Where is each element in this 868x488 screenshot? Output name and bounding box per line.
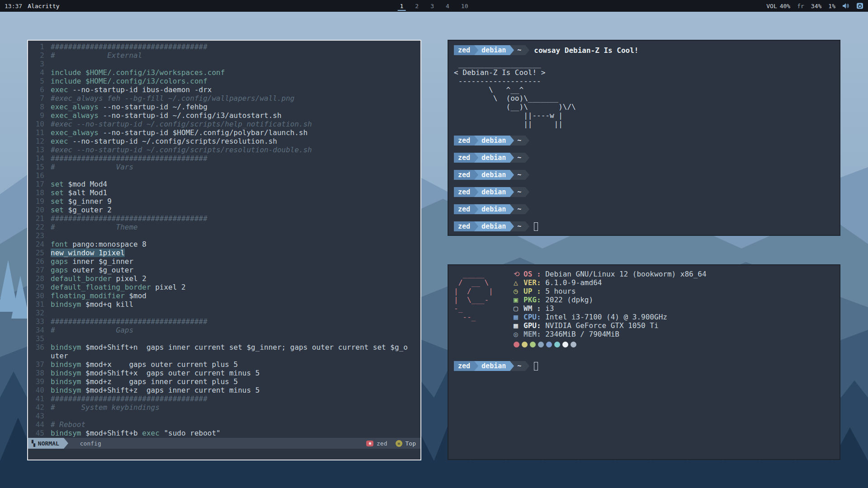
memory-icon: ◎ [514, 330, 524, 338]
powerline-arrow-icon [474, 153, 478, 163]
fetch-value: 2346MiB / 7904MiB [545, 330, 619, 338]
editor-line-text: exec --no-startup-id ~/.config/scripts/r… [51, 137, 408, 145]
line-number: 3 [31, 60, 44, 68]
editor-window[interactable]: 1####################################2# … [27, 40, 421, 460]
line-number: 28 [31, 274, 44, 283]
speaker-icon[interactable] [842, 3, 849, 9]
editor-line-text: bindsym $mod+Shift+n gaps inner current … [51, 343, 408, 360]
line-number: 36 [31, 343, 44, 360]
prompt-row[interactable]: zeddebian~ [454, 187, 834, 197]
editor-line: 8exec_always --no-startup-id ~/.fehbg [31, 103, 418, 111]
editor-line: 45bindsym $mod+Shift+b exec "sudo reboot… [31, 429, 418, 437]
prompt-row[interactable]: zeddebian~ [454, 136, 834, 145]
fetch-body: _____ / __ \ | / | | \___- -_ --_⟲OS : D… [448, 265, 840, 375]
editor-line: 32 [31, 309, 418, 317]
kernel-icon: △ [514, 278, 524, 287]
line-number: 17 [31, 180, 44, 188]
workspace-button[interactable]: 4 [443, 1, 452, 11]
terminal-cursor [534, 222, 538, 231]
color-dot [514, 342, 519, 347]
prompt-user-segment: zed [454, 136, 474, 145]
editor-line: 9exec_always --no-startup-id ~/.config/i… [31, 111, 418, 120]
powerline-arrow-icon [474, 136, 478, 145]
editor-line-text: #exec --no-startup-id ~/.config/scripts/… [51, 120, 408, 128]
terminal-color-palette [514, 342, 834, 347]
editor-line: 11exec_always --no-startup-id $HOME/.con… [31, 128, 418, 137]
powerline-arrow-icon [510, 221, 514, 231]
fetch-info-line: △VER: 6.1.0-9-amd64 [514, 278, 834, 287]
editor-line: 13#exec --no-startup-id ~/.config/script… [31, 145, 418, 154]
editor-line: 20set $g_outer 2 [31, 206, 418, 214]
fetch-label: UP : [524, 287, 545, 296]
editor-line: 30floating_modifier $mod [31, 291, 418, 300]
workspace-button[interactable]: 10 [459, 1, 471, 11]
scroll-badge-icon: ≡ [396, 440, 402, 447]
command-text: cowsay Debian-Z Is Cool! [534, 46, 638, 55]
editor-line: 44# Reboot [31, 420, 418, 429]
editor-line-text [51, 171, 408, 180]
editor-line-text [51, 231, 408, 240]
editor-line: 36bindsym $mod+Shift+n gaps inner curren… [31, 343, 418, 360]
editor-line-text [51, 309, 408, 317]
line-number: 31 [31, 300, 44, 309]
line-number: 16 [31, 171, 44, 180]
fetch-label: MEM: [524, 330, 545, 338]
fetch-info-line: ▢WM : i3 [514, 304, 834, 313]
powerline-arrow-icon [525, 221, 529, 231]
color-dot [554, 342, 560, 347]
shell-prompt: zeddebian~ [454, 204, 529, 214]
editor-line: 25new_window 1pixel [31, 249, 418, 257]
line-number: 37 [31, 360, 44, 369]
focused-window-title: Alacritty [28, 3, 59, 9]
editor-line: 4include $HOME/.config/i3/workspaces.con… [31, 68, 418, 77]
prompt-user-segment: zed [454, 221, 474, 231]
fetch-label: OS : [524, 270, 545, 278]
powerline-arrow-icon [510, 204, 514, 214]
cowsay-terminal-window[interactable]: zeddebian~cowsay Debian-Z Is Cool! _____… [448, 40, 840, 236]
line-number: 26 [31, 257, 44, 266]
power-icon[interactable] [856, 3, 863, 9]
prompt-row[interactable]: zeddebian~ [454, 204, 834, 214]
workspace-button[interactable]: 1 [398, 1, 406, 11]
editor-line-text: bindsym $mod+Shift+x gaps outer current … [51, 369, 408, 377]
prompt-host-segment: debian [474, 45, 510, 55]
powerline-arrow-icon [510, 153, 514, 163]
line-number: 4 [31, 68, 44, 77]
debian-ascii-logo: _____ / __ \ | / | | \___- -_ --_ [454, 270, 514, 321]
prompt-row[interactable]: zeddebian~ [454, 170, 834, 180]
prompt-row[interactable]: zeddebian~ [454, 221, 834, 231]
shell-prompt: zeddebian~ [454, 45, 529, 55]
powerline-arrow-icon [474, 221, 478, 231]
prompt-row[interactable]: zeddebian~ [454, 361, 834, 371]
color-dot [538, 342, 544, 347]
line-number: 39 [31, 377, 44, 386]
editor-line-text: include $HOME/.config/i3/colors.conf [51, 77, 408, 85]
line-number: 6 [31, 85, 44, 94]
shell-prompt: zeddebian~ [454, 221, 529, 231]
shell-prompt: zeddebian~ [454, 136, 529, 145]
line-number: 9 [31, 111, 44, 120]
vim-statusline: ▚ NORMAL config zed ≡ Top [28, 438, 420, 449]
editor-line-text: bindsym $mod+q kill [51, 300, 408, 309]
line-number: 1 [31, 42, 44, 51]
editor-line: 23 [31, 231, 418, 240]
fetch-info-line: ▣PKG: 2022 (dpkg) [514, 296, 834, 304]
editor-line: 34# Gaps [31, 326, 418, 334]
workspace-button[interactable]: 3 [428, 1, 436, 11]
powerline-arrow-icon [525, 45, 529, 55]
workspace-button[interactable]: 2 [413, 1, 421, 11]
command-row: zeddebian~cowsay Debian-Z Is Cool! [454, 45, 834, 55]
editor-line: 29default_floating_border pixel 2 [31, 283, 418, 291]
scroll-position-label: Top [406, 440, 416, 447]
editor-line-text: # Gaps [51, 326, 408, 334]
color-dot [530, 342, 536, 347]
volume-indicator[interactable]: VOL 40% [766, 3, 790, 9]
editor-line: 5include $HOME/.config/i3/colors.conf [31, 77, 418, 85]
keyboard-layout[interactable]: fr [797, 3, 804, 9]
editor-line: 21#################################### [31, 214, 418, 223]
editor-line-text: #################################### [51, 394, 408, 403]
editor-line: 19set $g_inner 9 [31, 197, 418, 206]
prompt-host-segment: debian [474, 187, 510, 197]
fetch-terminal-window[interactable]: _____ / __ \ | / | | \___- -_ --_⟲OS : D… [448, 264, 840, 460]
prompt-row[interactable]: zeddebian~ [454, 153, 834, 163]
